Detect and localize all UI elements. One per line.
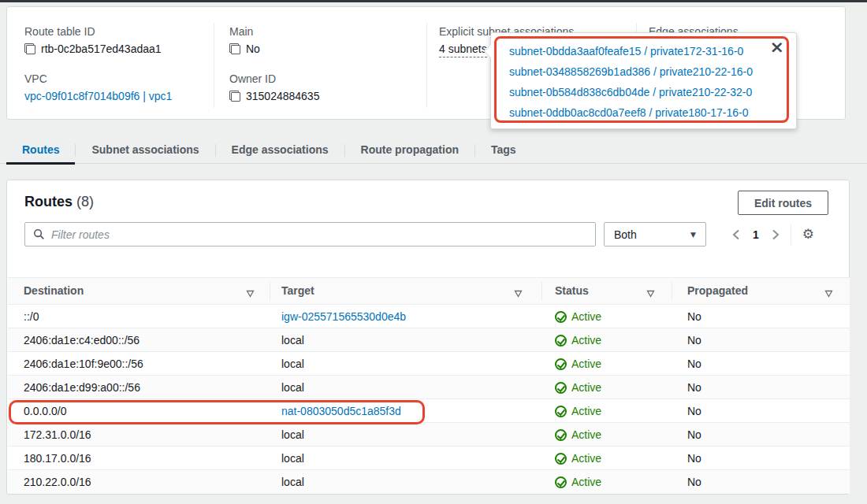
subnets-popup-trigger[interactable]: 4 subnets — [439, 43, 487, 57]
tab-routes[interactable]: Routes — [6, 136, 75, 164]
propagated-cell: No — [687, 470, 701, 494]
tab-route-propagation[interactable]: Route propagation — [345, 136, 474, 164]
table-row[interactable]: 172.31.0.0/16 local Active No — [8, 423, 850, 447]
table-row[interactable]: 2406:da1e:c4:ed00::/56 local Active No — [8, 328, 850, 352]
status-active-icon — [555, 406, 567, 417]
status-active-icon — [555, 453, 567, 465]
propagated-cell: No — [687, 399, 701, 423]
divider — [541, 282, 542, 301]
route-type-dropdown[interactable]: Both ▼ — [604, 222, 706, 246]
filter-icon[interactable] — [646, 287, 655, 300]
table-row-highlighted[interactable]: 0.0.0.0/0 nat-0803050d5c1a85f3d Active N… — [8, 399, 850, 423]
subnet-link[interactable]: subnet-0ddb0ac8cd0a7eef8 / private180-17… — [509, 102, 753, 123]
status-active-icon — [555, 335, 567, 346]
tab-tags[interactable]: Tags — [475, 136, 532, 164]
target-cell: local — [281, 470, 304, 494]
owner-id-label: Owner ID — [229, 72, 276, 85]
target-link[interactable]: igw-025571565530d0e4b — [281, 305, 406, 328]
panel-title: Routes (8) — [24, 194, 94, 210]
status-cell: Active — [555, 447, 601, 470]
column-header-target[interactable]: Target — [281, 278, 314, 304]
routes-title: Routes — [24, 194, 73, 209]
status-cell: Active — [555, 470, 601, 494]
table-row[interactable]: 2406:da1e:d99:a00::/56 local Active No — [8, 376, 850, 399]
target-cell: local — [281, 352, 304, 376]
propagated-cell: No — [687, 305, 701, 328]
column-header-status[interactable]: Status — [555, 278, 589, 304]
routes-panel: Routes (8) Edit routes Both ▼ 1 ⚙ Destin… — [6, 180, 850, 495]
column-header-propagated[interactable]: Propagated — [687, 278, 748, 304]
filter-icon[interactable] — [514, 287, 523, 300]
propagated-cell: No — [687, 376, 701, 399]
divider — [214, 23, 214, 108]
close-icon[interactable]: × — [770, 39, 784, 56]
status-active-icon — [555, 358, 567, 370]
page-number[interactable]: 1 — [751, 228, 761, 241]
owner-id-value: 315024884635 — [229, 90, 319, 102]
destination-cell: 2406:da1e:c4:ed00::/56 — [24, 328, 140, 352]
copy-icon[interactable] — [24, 43, 35, 54]
status-active-icon — [555, 382, 567, 394]
status-cell: Active — [555, 376, 601, 399]
chevron-down-icon: ▼ — [690, 231, 696, 239]
top-nav-edge — [0, 0, 867, 2]
table-row[interactable]: ::/0 igw-025571565530d0e4b Active No — [8, 305, 850, 328]
table-header: Destination Target Status Propagated — [8, 277, 850, 305]
subnet-link[interactable]: subnet-0bdda3aaf0feafe15 / private172-31… — [509, 41, 753, 61]
subnet-link[interactable]: subnet-0348858269b1ad386 / private210-22… — [509, 61, 753, 82]
destination-cell: 2406:da1e:10f:9e00::/56 — [24, 352, 143, 376]
target-link[interactable]: nat-0803050d5c1a85f3d — [281, 399, 401, 423]
vpc-link[interactable]: vpc-09f01c8f7014b09f6 | vpc1 — [24, 90, 172, 102]
destination-cell: 210.22.0.0/16 — [24, 470, 91, 494]
status-cell: Active — [555, 423, 601, 447]
status-cell: Active — [555, 305, 601, 328]
subnet-link[interactable]: subnet-0b584d838c6db04de / private210-22… — [509, 82, 753, 102]
subnet-count: 4 subnets — [439, 43, 487, 57]
tab-subnet-associations[interactable]: Subnet associations — [76, 136, 214, 164]
previous-page-icon[interactable] — [732, 229, 740, 240]
status-active-icon — [555, 311, 567, 323]
filter-icon[interactable] — [246, 287, 255, 300]
table-row[interactable]: 2406:da1e:10f:9e00::/56 local Active No — [8, 352, 850, 376]
table-row[interactable]: 210.22.0.0/16 local Active No — [8, 470, 850, 494]
routes-count: (8) — [76, 194, 94, 209]
propagated-cell: No — [687, 328, 701, 352]
status-active-icon — [555, 476, 567, 488]
copy-icon[interactable] — [229, 91, 240, 102]
table-row[interactable]: 180.17.0.0/16 local Active No — [8, 447, 850, 470]
subnet-associations-popup: subnet-0bdda3aaf0feafe15 / private172-31… — [490, 32, 797, 129]
tab-edge-associations[interactable]: Edge associations — [216, 136, 344, 164]
propagated-cell: No — [687, 352, 701, 376]
filter-routes-input[interactable] — [51, 228, 587, 241]
gear-icon[interactable]: ⚙ — [802, 228, 814, 241]
next-page-icon[interactable] — [772, 229, 780, 240]
target-cell: local — [281, 423, 304, 447]
target-cell: local — [281, 328, 304, 352]
route-type-value: Both — [614, 228, 637, 241]
pagination: 1 ⚙ — [732, 222, 814, 246]
propagated-cell: No — [687, 423, 701, 447]
divider — [426, 23, 427, 108]
divider — [791, 224, 791, 245]
destination-cell: ::/0 — [24, 305, 39, 328]
filter-icon[interactable] — [824, 287, 833, 300]
route-table-id-value: rtb-0c2ba517ed43adaa1 — [24, 43, 162, 55]
status-cell: Active — [555, 328, 601, 352]
divider — [672, 282, 672, 301]
target-cell: local — [281, 447, 304, 470]
route-table-id-label: Route table ID — [24, 25, 95, 38]
search-icon — [33, 228, 45, 240]
status-cell: Active — [555, 399, 601, 423]
copy-icon[interactable] — [229, 43, 240, 54]
filter-routes-box — [24, 222, 596, 246]
edit-routes-button[interactable]: Edit routes — [738, 191, 828, 215]
column-header-destination[interactable]: Destination — [24, 278, 84, 304]
main-value: No — [229, 43, 260, 55]
propagated-cell: No — [687, 447, 701, 470]
routes-table-body: ::/0 igw-025571565530d0e4b Active No 240… — [8, 305, 850, 494]
target-cell: local — [281, 376, 304, 399]
divider — [270, 282, 270, 301]
destination-cell: 172.31.0.0/16 — [24, 423, 91, 447]
status-active-icon — [555, 429, 567, 441]
destination-cell: 2406:da1e:d99:a00::/56 — [24, 376, 140, 399]
